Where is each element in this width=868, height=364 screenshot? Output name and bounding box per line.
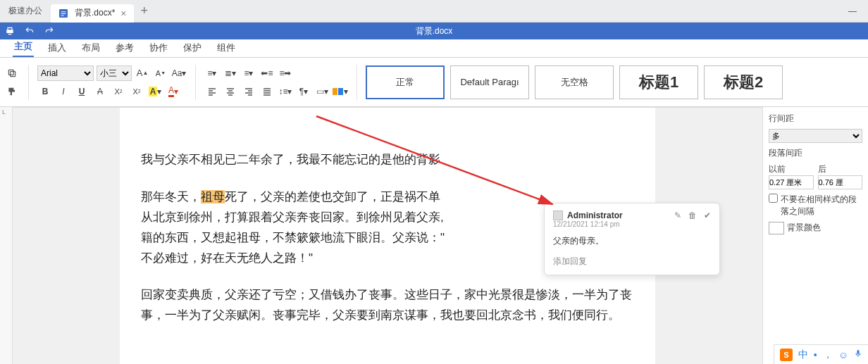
svg-rect-2: [61, 13, 66, 14]
menu-reference[interactable]: 参考: [114, 39, 135, 57]
menu-component[interactable]: 组件: [216, 39, 237, 57]
subscript-button[interactable]: X2: [129, 84, 144, 99]
minimize-button[interactable]: —: [837, 0, 868, 23]
space-before-input[interactable]: [769, 175, 814, 189]
new-tab-button[interactable]: +: [141, 4, 149, 18]
number-list-button[interactable]: ≣▾: [223, 65, 238, 81]
no-space-label: 不要在相同样式的段落之间隔: [781, 194, 862, 218]
ime-lang[interactable]: 中: [798, 349, 808, 361]
decrease-indent-button[interactable]: ⬅≡: [259, 65, 275, 81]
svg-rect-5: [8, 70, 13, 75]
doc-icon: [58, 8, 69, 19]
comment-popup: Administrator ✎ 🗑 ✔ 12/21/2021 12:14 pm …: [544, 203, 720, 275]
style-default-paragraph[interactable]: Default Paragı: [450, 65, 529, 99]
document-title: 背景.docx: [416, 25, 453, 37]
comment-time: 12/21/2021 12:14 pm: [553, 220, 711, 228]
fill-color-button[interactable]: ▾: [333, 84, 348, 99]
quick-access-bar: 背景.docx: [0, 23, 868, 39]
app-name: 极速办公: [0, 5, 51, 17]
tab-label: 背景.docx*: [75, 7, 115, 19]
ime-punct-icon[interactable]: •: [814, 349, 817, 360]
svg-rect-4: [11, 71, 16, 76]
label-after: 后: [818, 163, 863, 175]
line-spacing-button[interactable]: ↕≡▾: [278, 84, 293, 99]
bold-button[interactable]: B: [37, 84, 53, 99]
superscript-button[interactable]: X2: [111, 84, 126, 99]
redo-button[interactable]: [39, 23, 59, 39]
font-name-select[interactable]: Arial: [37, 65, 94, 81]
bullet-list-button[interactable]: ≡▾: [204, 65, 220, 81]
ime-emoji-icon[interactable]: ☺: [838, 349, 848, 360]
editor-area: L · · · 1 · · · 2 · · · 3 · · · 4 · · · …: [0, 107, 868, 364]
svg-rect-1: [61, 11, 66, 12]
strike-button[interactable]: A: [92, 84, 108, 99]
vertical-ruler: L: [0, 107, 13, 364]
document-tab[interactable]: 背景.docx* ×: [51, 4, 134, 23]
edit-icon[interactable]: ✎: [674, 211, 681, 220]
ribbon: Arial 小三 A▲ A▼ Aa▾ B I U A X2 X2 A▾ A▾ ≡…: [0, 58, 868, 107]
delete-icon[interactable]: 🗑: [688, 211, 697, 220]
shading-button[interactable]: ▭▾: [314, 84, 330, 99]
window-controls: —: [837, 0, 868, 23]
linespacing-select[interactable]: 多: [769, 129, 862, 143]
menu-protect[interactable]: 保护: [182, 39, 203, 57]
menu-layout[interactable]: 布局: [80, 39, 101, 57]
no-space-checkbox[interactable]: [769, 194, 778, 203]
style-heading1[interactable]: 标题1: [619, 65, 698, 99]
ime-voice-icon[interactable]: [854, 349, 862, 360]
comment-reply-input[interactable]: 添加回复: [553, 256, 711, 268]
change-case-button[interactable]: Aa▾: [171, 65, 187, 81]
align-left-button[interactable]: [204, 84, 220, 99]
menu-home[interactable]: 主页: [13, 37, 34, 57]
undo-button[interactable]: [20, 23, 39, 39]
print-button[interactable]: [0, 23, 20, 39]
space-after-input[interactable]: [818, 175, 863, 189]
highlight-button[interactable]: A▾: [147, 84, 163, 99]
comment-body: 父亲的母亲。: [553, 235, 711, 247]
format-painter-button[interactable]: [4, 84, 20, 99]
para-1: 我与父亲不相见已二年余了，我最不能忘记的是他的背影: [141, 150, 634, 170]
underline-button[interactable]: U: [74, 84, 89, 99]
font-size-select[interactable]: 小三: [97, 65, 132, 81]
menu-insert[interactable]: 插入: [46, 39, 68, 57]
decrease-font-button[interactable]: A▼: [153, 65, 168, 81]
para-3: 回家变卖典质，父亲还了亏空；又借钱办了丧事。这些日子，家中光景很是惨淡，一半为了…: [141, 285, 634, 326]
highlighted-text: 祖母: [201, 190, 225, 203]
style-heading2[interactable]: 标题2: [704, 65, 783, 99]
bg-color-label: 背景颜色: [787, 222, 821, 234]
comment-user: Administrator: [567, 211, 623, 220]
resolve-icon[interactable]: ✔: [704, 211, 711, 220]
align-right-button[interactable]: [241, 84, 256, 99]
sogou-icon[interactable]: S: [780, 349, 793, 361]
increase-indent-button[interactable]: ≡➡: [278, 65, 293, 81]
copy-button[interactable]: [4, 65, 20, 81]
titlebar: 极速办公 背景.docx* × + —: [0, 0, 868, 23]
align-center-button[interactable]: [223, 84, 238, 99]
style-normal[interactable]: 正常: [366, 65, 445, 99]
italic-button[interactable]: I: [56, 84, 71, 99]
avatar: [553, 211, 563, 220]
ime-bar: S 中 • ， ☺: [774, 344, 868, 364]
paragraph-side-panel: 行间距 多 段落间距 以前 后 不要在相同样式的段落之间隔 背景颜色 显示高级设…: [762, 107, 868, 364]
label-before: 以前: [769, 163, 814, 175]
multilevel-list-button[interactable]: ≡▾: [241, 65, 256, 81]
menu-collab[interactable]: 协作: [148, 39, 169, 57]
paragraph-mark-button[interactable]: ¶▾: [296, 84, 311, 99]
bg-color-swatch[interactable]: [769, 222, 784, 234]
ime-comma[interactable]: ，: [823, 349, 833, 361]
label-linespacing: 行间距: [769, 113, 862, 125]
close-icon[interactable]: ×: [120, 8, 126, 19]
increase-font-button[interactable]: A▲: [135, 65, 150, 81]
menu-bar: 主页 插入 布局 参考 协作 保护 组件: [0, 39, 868, 58]
align-justify-button[interactable]: [259, 84, 275, 99]
style-no-space[interactable]: 无空格: [535, 65, 614, 99]
svg-rect-3: [61, 15, 64, 15]
label-paraspacing: 段落间距: [769, 147, 862, 159]
font-color-button[interactable]: A▾: [166, 84, 181, 99]
